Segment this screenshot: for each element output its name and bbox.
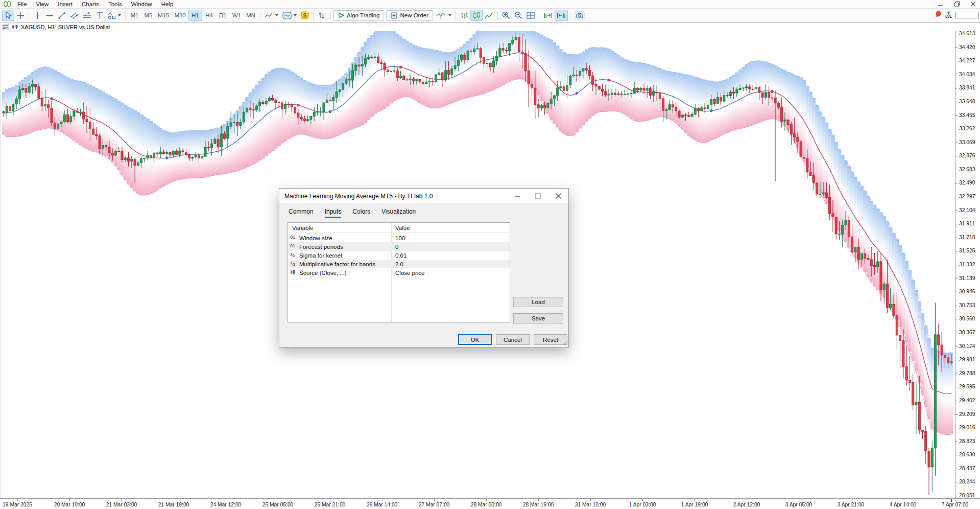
table-row[interactable]: 1⁄2 Multiplicative factor for bands 2.0 [288,260,510,268]
bear-candle [534,88,536,105]
cancel-button[interactable]: Cancel [496,334,530,345]
notification-icon[interactable] [935,10,942,19]
menu-tools[interactable]: Tools [104,0,127,9]
mt5-window: File View Insert Charts Tools Window Hel… [0,0,980,509]
indicators-button[interactable]: f [434,10,453,21]
line-chart-style-button[interactable] [483,10,495,21]
crosshair-tool-button[interactable] [14,10,27,21]
time-tick [590,499,591,501]
timeframe-m15-button[interactable]: M15 [155,10,172,21]
bull-candle [454,65,456,68]
tile-windows-button[interactable] [524,10,537,21]
algo-trading-button[interactable]: Algo Trading [333,10,385,21]
bear-candle [659,92,661,98]
timeframe-d1-button[interactable]: D1 [216,10,230,21]
chart-style-button[interactable] [262,10,280,21]
timeframe-m1-button[interactable]: M1 [128,10,141,21]
table-row[interactable]: Source (Close, ...) Close price [288,268,510,277]
bear-candle [162,152,164,153]
bear-candle [66,114,68,122]
trendline-tool-button[interactable] [56,10,68,21]
tab-inputs[interactable]: Inputs [325,208,342,218]
dialog-close-button[interactable] [548,189,568,204]
menu-window[interactable]: Window [127,0,157,9]
fibonacci-tool-button[interactable] [81,10,93,21]
timeframe-m30-button[interactable]: M30 [172,10,188,21]
load-button[interactable]: Load [513,297,563,307]
bear-candle [272,98,274,100]
horizontal-line-tool-button[interactable] [43,10,56,21]
window-restore-button[interactable] [952,1,962,8]
timeframe-w1-button[interactable]: W1 [230,10,244,21]
parameter-value[interactable]: 100 [395,235,405,241]
chart-shift-button[interactable] [555,10,568,21]
channel-tool-button[interactable] [68,10,81,21]
bear-candle [601,89,603,91]
timeframe-m5-button[interactable]: M5 [141,10,155,21]
bull-candle [28,86,30,92]
text-tool-button[interactable] [93,10,106,21]
price-axis[interactable]: 34.61334.42034.22734.03433.84133.64833.4… [955,22,980,498]
tab-visualization[interactable]: Visualization [381,208,416,218]
bull-candle [931,448,933,467]
bear-candle [870,260,872,266]
parameter-value[interactable]: 2.0 [395,261,403,267]
save-button[interactable]: Save [513,313,563,323]
bull-candle [313,112,315,116]
auto-scroll-button[interactable] [541,10,555,21]
parameter-value[interactable]: 0 [395,244,398,250]
quotes-button[interactable]: $ [299,10,311,21]
dialog-minimize-button[interactable] [507,189,528,204]
dialog-titlebar[interactable]: Machine Learning Moving Average MT5 - By… [279,189,568,204]
bear-candle [684,115,686,115]
bull-candle [351,71,353,80]
menu-file[interactable]: File [13,0,32,9]
window-close-button[interactable] [969,1,978,8]
bull-candle [102,146,104,149]
objects-tool-button[interactable] [106,10,123,21]
dialog-resize-grip[interactable] [563,339,568,346]
screenshot-button[interactable] [572,10,587,21]
bear-candle [134,159,136,166]
time-axis[interactable]: 19 Mar 202520 Mar 10:0021 Mar 03:0021 Ma… [0,498,980,509]
bull-candle [73,111,75,117]
caret-down-icon [294,14,297,16]
new-order-button[interactable]: New Order [386,10,433,21]
bar-chart-style-button[interactable] [458,10,470,21]
window-minimize-button[interactable] [936,1,945,8]
tab-colors[interactable]: Colors [352,208,370,218]
menu-help[interactable]: Help [157,0,178,9]
zoom-in-button[interactable] [500,10,512,21]
table-row[interactable]: 01 Window size 100 [288,234,510,242]
menu-insert[interactable]: Insert [53,0,77,9]
market-depth-button[interactable] [316,10,328,21]
menu-charts[interactable]: Charts [77,0,104,9]
time-tick [695,499,695,501]
parameter-value[interactable]: Close price [395,270,425,276]
bear-candle [803,157,805,158]
time-tick [278,499,278,501]
bull-candle [736,90,738,94]
indicator-window-button[interactable] [280,10,299,21]
vertical-line-tool-button[interactable] [31,10,43,21]
table-row[interactable]: 1⁄2 Sigma for kernel 0.01 [288,251,510,260]
tab-common[interactable]: Common [289,208,314,218]
candlestick-style-button[interactable] [470,10,483,21]
ok-button[interactable]: OK [458,334,492,345]
zoom-out-button[interactable] [512,10,524,21]
toolbar-separator [570,11,570,20]
bear-candle [41,98,43,106]
timeframe-h1-button[interactable]: H1 [188,10,202,21]
timeframe-h4-button[interactable]: H4 [202,10,216,21]
bull-candle [915,402,917,405]
table-row[interactable]: 01 Forecast periods 0 [288,242,510,251]
chart-window-titlebar[interactable]: XAGUSD, H1: SILVER vs US Dollar [0,22,980,31]
parameter-value[interactable]: 0.01 [395,252,407,259]
bull-candle [486,63,488,64]
bear-candle [921,430,923,431]
menu-view[interactable]: View [32,0,54,9]
toolbar-separator [497,11,498,20]
timeframe-mn-button[interactable]: MN [244,10,258,21]
dialog-maximize-button[interactable] [528,189,548,204]
cursor-tool-button[interactable] [2,10,14,21]
